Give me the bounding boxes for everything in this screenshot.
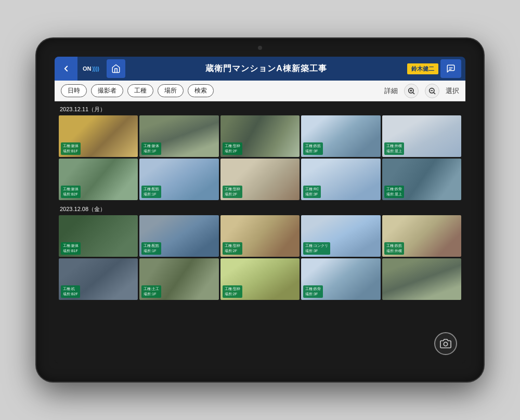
photo-p1[interactable]: 工種:躯体場所:B1F [59, 115, 138, 157]
photo-r2[interactable]: 工種:配筋場所:1F [139, 215, 218, 257]
project-title: 蔵衛門マンションA棟新築工事 [125, 63, 407, 74]
photo-p4[interactable]: 工種:鉄筋場所:3F [301, 115, 380, 157]
photo-overlay-r1: 工種:躯体場所:B1F [61, 242, 81, 255]
photo-p9[interactable]: 工種:RC場所:3F [301, 159, 380, 200]
svg-line-7 [434, 93, 435, 94]
photo-overlay-r3: 工種:型枠場所:2F [223, 242, 242, 255]
wifi-icon: )))) [93, 66, 99, 72]
photo-overlay-p10: 工種:鉄骨場所:屋上 [384, 186, 404, 198]
photo-overlay-r5: 工種:鉄筋場所:外構 [384, 242, 404, 255]
photo-overlay-p3: 工種:型枠場所:2F [223, 142, 242, 155]
photo-overlay-p9: 工種:RC場所:3F [303, 186, 321, 198]
photo-row-2-1: 工種:躯体場所:B1F 工種:配筋場所:1F 工種:型枠場所:2F 工種:コンク… [59, 215, 461, 257]
filter-datetime[interactable]: 日時 [61, 84, 87, 97]
photo-overlay-r9: 工種:鉄骨場所:3F [303, 285, 323, 298]
photo-r3[interactable]: 工種:型枠場所:2F [220, 215, 300, 257]
screen: ON )))) 蔵衛門マンションA棟新築工事 鈴木健二 日時 [55, 57, 465, 363]
photo-content[interactable]: 2023.12.11（月） 工種:躯体場所:B1F 工種:躯体場所:1F 工種:… [55, 101, 465, 363]
photo-p7[interactable]: 工種:配筋場所:1F [139, 159, 218, 200]
photo-p3[interactable]: 工種:型枠場所:2F [220, 115, 300, 157]
photo-p10[interactable]: 工種:鉄骨場所:屋上 [382, 159, 461, 200]
select-button[interactable]: 選択 [446, 86, 459, 96]
photo-overlay-p6: 工種:躯体場所:B2F [61, 186, 81, 198]
photo-p6[interactable]: 工種:躯体場所:B2F [59, 159, 138, 200]
photo-r9[interactable]: 工種:鉄骨場所:3F [301, 258, 380, 300]
photo-overlay-p1: 工種:躯体場所:B1F [61, 142, 81, 155]
photo-row-2-2: 工種:杭場所:B2F 工種:土工場所:1F 工種:型枠場所:2F 工種:鉄骨場所… [59, 258, 461, 300]
filter-photographer[interactable]: 撮影者 [91, 84, 123, 97]
photo-overlay-p2: 工種:躯体場所:1F [141, 142, 161, 155]
photo-overlay-p8: 工種:型枠場所:2F [223, 186, 242, 198]
photo-r4[interactable]: 工種:コンクリ場所:3F [301, 215, 380, 257]
camera-button[interactable] [434, 332, 457, 355]
svg-point-9 [444, 342, 447, 346]
photo-r6[interactable]: 工種:杭場所:B2F [59, 258, 138, 300]
photo-r8[interactable]: 工種:型枠場所:2F [220, 258, 300, 300]
photo-r1[interactable]: 工種:躯体場所:B1F [59, 215, 138, 257]
photo-p5[interactable]: 工種:外構場所:屋上 [382, 115, 461, 157]
home-button[interactable] [107, 59, 125, 78]
on-label: ON [83, 65, 92, 72]
back-button[interactable] [55, 57, 77, 81]
photo-p8[interactable]: 工種:型枠場所:2F [220, 159, 300, 200]
photo-overlay-r6: 工種:杭場所:B2F [61, 285, 80, 298]
user-badge: 鈴木健二 [407, 63, 438, 74]
on-badge: ON )))) [80, 64, 102, 73]
photo-overlay-r4: 工種:コンクリ場所:3F [303, 242, 330, 255]
svg-line-3 [413, 93, 414, 94]
date-group-1: 2023.12.11（月） 工種:躯体場所:B1F 工種:躯体場所:1F 工種:… [59, 103, 461, 200]
detail-button[interactable]: 詳細 [384, 86, 398, 96]
photo-r7[interactable]: 工種:土工場所:1F [139, 258, 218, 300]
filter-search[interactable]: 検索 [188, 84, 214, 97]
date-label-1: 2023.12.11（月） [59, 103, 461, 115]
photo-overlay-p5: 工種:外構場所:屋上 [384, 142, 404, 155]
filter-right-group: 詳細 選択 [384, 84, 459, 98]
photo-overlay-r8: 工種:型枠場所:2F [223, 285, 242, 298]
filter-bar: 日時 撮影者 工種 場所 検索 詳細 [55, 81, 465, 101]
date-group-2: 2023.12.08（金） 工種:躯体場所:B1F 工種:配筋場所:1F 工種:… [59, 203, 461, 300]
chat-button[interactable] [440, 59, 461, 78]
zoom-in-button[interactable] [404, 84, 419, 98]
photo-overlay-r2: 工種:配筋場所:1F [141, 242, 161, 255]
photo-p2[interactable]: 工種:躯体場所:1F [139, 115, 218, 157]
filter-location[interactable]: 場所 [158, 84, 184, 97]
photo-row-1-2: 工種:躯体場所:B2F 工種:配筋場所:1F 工種:型枠場所:2F 工種:RC場… [59, 159, 461, 200]
photo-overlay-p4: 工種:鉄筋場所:3F [303, 142, 323, 155]
photo-row-1-1: 工種:躯体場所:B1F 工種:躯体場所:1F 工種:型枠場所:2F 工種:鉄筋場… [59, 115, 461, 157]
app-header: ON )))) 蔵衛門マンションA棟新築工事 鈴木健二 [55, 57, 465, 81]
date-label-2: 2023.12.08（金） [59, 203, 461, 215]
photo-overlay-p7: 工種:配筋場所:1F [141, 186, 161, 198]
filter-work-type[interactable]: 工種 [127, 84, 153, 97]
photo-overlay-r7: 工種:土工場所:1F [141, 285, 161, 298]
zoom-out-button[interactable] [425, 84, 439, 98]
tablet-device: ON )))) 蔵衛門マンションA棟新築工事 鈴木健二 日時 [36, 38, 484, 382]
photo-r10[interactable] [382, 258, 461, 300]
photo-r5[interactable]: 工種:鉄筋場所:外構 [382, 215, 461, 257]
